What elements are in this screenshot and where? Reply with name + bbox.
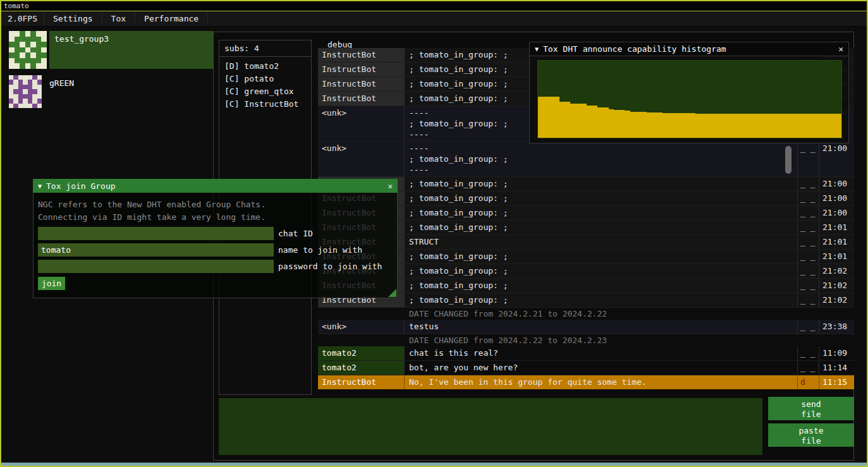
message-flags: d (798, 375, 819, 389)
message-time: 21:00 (819, 191, 854, 205)
chat-row: InstructBot; tomato_in_group: ;_ _21:02 (318, 264, 854, 279)
histogram-bar (755, 114, 761, 138)
histogram-bar (700, 114, 706, 138)
sender-name: InstructBot (318, 92, 405, 106)
histogram-bar (728, 114, 733, 138)
histogram-bar (679, 113, 685, 138)
collapse-arrow-icon[interactable]: ▼ (38, 183, 42, 190)
message-text: ; tomato_in_group: ; (405, 177, 798, 191)
histogram-bar (723, 114, 728, 138)
join-button[interactable]: join (38, 277, 65, 290)
histogram-bar (657, 112, 663, 138)
histogram-bar (809, 114, 815, 138)
histogram-bar (717, 114, 723, 138)
message-time: 11:15 (819, 375, 854, 389)
join-group-body: NGC refers to the New DHT enabled Group … (33, 193, 398, 298)
histogram-bar (761, 114, 766, 138)
histogram-bar (592, 106, 598, 138)
message-text: ; tomato_in_group: ; (405, 206, 798, 220)
chat-row: InstructBot; tomato_in_group: ;_ _21:02 (318, 293, 854, 308)
member-item[interactable]: [C] potato (219, 73, 311, 85)
join-password-input[interactable] (38, 260, 274, 273)
group-item-gREEN[interactable]: gREEN (9, 75, 213, 108)
histogram-bar (685, 113, 690, 138)
chat-row: InstructBotSTRUCT_ _21:01 (318, 235, 854, 250)
histogram-bar (690, 113, 695, 138)
bottom-edge (1, 463, 867, 466)
member-item[interactable]: [C] green_qtox (219, 85, 311, 98)
histogram-bar (738, 114, 744, 138)
histogram-bar (826, 114, 831, 138)
message-time: 11:09 (819, 346, 854, 360)
message-flags: _ _ (798, 320, 819, 334)
sender-name: InstructBot (318, 375, 405, 389)
histogram-bar (565, 102, 571, 138)
chat-row: InstructBot; tomato_in_group: ;_ _21:00 (318, 191, 854, 206)
send-file-label: send file (797, 399, 825, 420)
histogram-bar (538, 97, 544, 138)
message-flags: _ _ (798, 293, 819, 307)
resize-grip[interactable] (388, 289, 396, 297)
histogram-bar (582, 104, 587, 138)
message-time: 21:02 (819, 279, 854, 293)
sender-name: tomato2 (318, 346, 405, 360)
member-item[interactable]: [D] tomato2 (219, 60, 311, 73)
group-avatar (9, 31, 47, 69)
histogram-bar (635, 112, 641, 138)
chat-scrollbar-thumb[interactable] (785, 146, 792, 174)
close-icon[interactable]: ✕ (388, 181, 393, 191)
histogram-bar (668, 113, 674, 138)
chat-row: InstructBot; tomato_in_group: ;_ _21:02 (318, 279, 854, 293)
histogram-plot (537, 60, 842, 138)
message-flags: _ _ (798, 250, 819, 264)
join-group-titlebar[interactable]: ▼ Tox join Group ✕ (33, 179, 398, 193)
window-title: tomato (4, 2, 29, 10)
histogram-bar (798, 114, 804, 138)
close-icon[interactable]: ✕ (838, 44, 843, 54)
message-input[interactable] (219, 398, 762, 455)
join-password-row: password to join with (38, 260, 397, 273)
sender-name: tomato2 (318, 361, 405, 375)
ngc-info-line-1: NGC refers to the New DHT enabled Group … (38, 198, 397, 211)
chat-id-input[interactable] (38, 227, 274, 240)
member-item[interactable]: [C] InstructBot (219, 98, 311, 111)
chat-row: InstructBotNo, I've been in this group f… (318, 375, 854, 389)
send-file-button[interactable]: send file (768, 397, 854, 420)
menu-item-tox[interactable]: Tox (102, 12, 135, 26)
join-name-label: name to join with (278, 245, 362, 255)
message-flags: _ _ (798, 235, 819, 249)
collapse-arrow-icon[interactable]: ▼ (535, 45, 539, 52)
message-text: chat is this real? (405, 346, 798, 360)
histogram-bar (641, 112, 647, 138)
chat-row: tomato2bot, are you new here?_ _11:14 (318, 361, 854, 375)
chat-id-row: chat ID (38, 227, 397, 240)
histogram-bar (814, 114, 820, 138)
message-text: ; tomato_in_group: ; (405, 221, 798, 234)
paste-file-button[interactable]: paste file (768, 423, 854, 447)
histogram-titlebar[interactable]: ▼ Tox DHT announce capability histogram … (529, 42, 849, 56)
message-text: STRUCT (405, 235, 798, 249)
join-name-input[interactable] (38, 243, 274, 257)
message-text: ; tomato_in_group: ; (405, 279, 798, 293)
menu-item-performance[interactable]: Performance (135, 12, 208, 26)
window-titlebar[interactable]: tomato (1, 1, 867, 11)
message-flags: _ _ (798, 191, 819, 205)
histogram-bar (793, 114, 798, 138)
histogram-bar (695, 114, 701, 138)
histogram-bar (554, 97, 560, 138)
paste-file-label: paste file (797, 426, 825, 446)
message-time: 21:01 (819, 250, 854, 264)
fps-counter: 2.0FPS (1, 12, 44, 26)
sender-name: <unk> (318, 320, 405, 334)
histogram-window: ▼ Tox DHT announce capability histogram … (529, 42, 849, 143)
date-changed-text: DATE CHANGED from 2024.2.21 to 2024.2.22 (318, 308, 607, 320)
histogram-bar (831, 114, 836, 138)
chat-row: <unk>testus_ _23:38 (318, 320, 854, 334)
message-time: 21:00 (819, 142, 854, 176)
menu-item-settings[interactable]: Settings (44, 12, 102, 26)
histogram-title: Tox DHT announce capability histogram (543, 44, 726, 54)
message-time: 21:01 (819, 235, 854, 249)
group-item-test_group3[interactable]: test_group3 (9, 31, 213, 69)
histogram-bar (576, 104, 582, 138)
members-list: [D] tomato2[C] potato[C] green_qtox[C] I… (219, 60, 311, 111)
